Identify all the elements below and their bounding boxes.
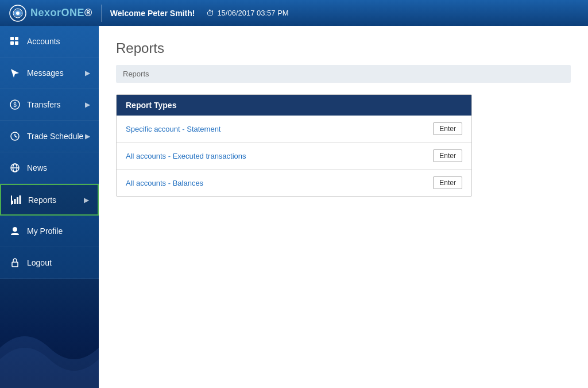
svg-line-12 (15, 136, 17, 137)
sidebar-item-transfers[interactable]: $ Transfers ▶ (0, 89, 99, 121)
svg-point-2 (16, 11, 20, 15)
breadcrumb: Reports (116, 65, 571, 83)
news-label: News (27, 163, 90, 172)
logout-label: Logout (27, 258, 90, 267)
svg-rect-17 (14, 199, 16, 204)
trade-schedule-label: Trade Schedule (27, 132, 85, 141)
clock-icon: ⏱ (206, 9, 214, 18)
report-types-title: Report Types (126, 101, 176, 110)
sidebar-item-trade-schedule[interactable]: Trade Schedule ▶ (0, 121, 99, 152)
dollar-icon: $ (9, 98, 21, 111)
grid-icon (9, 35, 21, 48)
svg-text:$: $ (13, 102, 17, 108)
globe-icon (9, 162, 21, 174)
header: NexorONE® Welcome Peter Smith! ⏱ 15/06/2… (0, 0, 588, 26)
svg-rect-19 (20, 195, 21, 204)
clock-area: ⏱ 15/06/2017 03:57 PM (206, 9, 288, 18)
report-types-header: Report Types (117, 95, 471, 116)
reports-label: Reports (28, 195, 84, 205)
content-area: Reports Reports Report Types Specific ac… (99, 26, 588, 388)
svg-rect-20 (11, 195, 12, 205)
sidebar-bottom (0, 279, 99, 388)
logo-icon (9, 4, 27, 22)
reports-arrow: ▶ (84, 196, 89, 204)
report-link-statement[interactable]: Specific account - Statement (126, 125, 220, 133)
clock-nav-icon (9, 130, 21, 143)
lock-icon (9, 256, 21, 269)
sidebar-item-reports[interactable]: Reports ▶ (0, 184, 99, 216)
svg-rect-22 (12, 262, 18, 267)
svg-rect-18 (17, 197, 18, 204)
sidebar-item-news[interactable]: News (0, 152, 99, 184)
user-icon (9, 225, 21, 237)
header-divider (101, 5, 102, 22)
svg-point-21 (13, 227, 17, 232)
trade-schedule-arrow: ▶ (85, 132, 90, 140)
cursor-icon (9, 67, 21, 79)
svg-rect-4 (15, 37, 18, 40)
report-row: All accounts - Executed transactions Ent… (117, 143, 471, 170)
svg-rect-3 (10, 37, 14, 40)
report-types-container: Report Types Specific account - Statemen… (116, 94, 472, 197)
breadcrumb-text: Reports (123, 70, 149, 78)
logo-text: NexorONE® (30, 7, 92, 19)
svg-rect-5 (10, 41, 14, 45)
transfers-label: Transfers (27, 100, 85, 109)
sidebar-item-accounts[interactable]: Accounts (0, 26, 99, 57)
enter-button-executed[interactable]: Enter (433, 149, 462, 162)
welcome-text: Welcome Peter Smith! (110, 9, 195, 18)
enter-button-balances[interactable]: Enter (433, 176, 462, 189)
accounts-label: Accounts (27, 37, 90, 46)
my-profile-label: My Profile (27, 226, 90, 236)
report-row: All accounts - Balances Enter (117, 170, 471, 196)
report-link-balances[interactable]: All accounts - Balances (126, 179, 203, 187)
datetime-text: 15/06/2017 03:57 PM (217, 9, 288, 17)
sidebar-item-logout[interactable]: Logout (0, 247, 99, 279)
sidebar-item-messages[interactable]: Messages ▶ (0, 57, 99, 89)
svg-marker-7 (11, 69, 19, 78)
report-row: Specific account - Statement Enter (117, 116, 471, 143)
main-layout: Accounts Messages ▶ $ Transfers ▶ Trade … (0, 26, 588, 388)
sidebar-wave (0, 302, 99, 388)
chart-icon (10, 194, 22, 206)
enter-button-statement[interactable]: Enter (433, 122, 462, 135)
sidebar: Accounts Messages ▶ $ Transfers ▶ Trade … (0, 26, 99, 388)
logo: NexorONE® (9, 4, 92, 22)
messages-label: Messages (27, 68, 85, 78)
messages-arrow: ▶ (85, 69, 90, 77)
report-link-executed[interactable]: All accounts - Executed transactions (126, 152, 246, 160)
page-title: Reports (116, 40, 571, 56)
svg-rect-6 (15, 41, 18, 45)
transfers-arrow: ▶ (85, 101, 90, 109)
sidebar-item-my-profile[interactable]: My Profile (0, 216, 99, 247)
